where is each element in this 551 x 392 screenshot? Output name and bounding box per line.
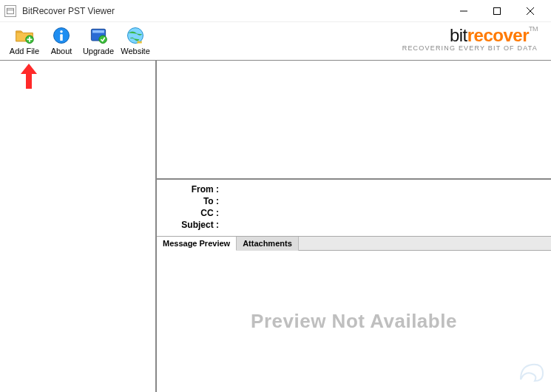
- to-value: [222, 196, 544, 206]
- svg-point-15: [128, 28, 143, 44]
- folder-add-icon: [14, 25, 35, 46]
- cc-value: [222, 208, 544, 218]
- about-button[interactable]: About: [43, 24, 80, 57]
- preview-body: Preview Not Available: [157, 251, 551, 392]
- cc-label: CC :: [164, 208, 222, 218]
- svg-point-10: [60, 30, 63, 33]
- brand-logo: bitrecoverTM RECOVERING EVERY BIT OF DAT…: [402, 25, 538, 52]
- tab-message-preview[interactable]: Message Preview: [157, 237, 237, 251]
- tree-pane[interactable]: [0, 61, 157, 392]
- preview-not-available-text: Preview Not Available: [251, 310, 457, 333]
- subject-value: [222, 220, 544, 230]
- titlebar: BitRecover PST Viewer: [0, 0, 551, 22]
- from-label: From :: [164, 184, 222, 195]
- brand-name: bitrecoverTM: [402, 25, 538, 46]
- window-title: BitRecover PST Viewer: [22, 6, 115, 16]
- upgrade-label: Upgrade: [83, 47, 114, 55]
- globe-icon: [125, 25, 146, 46]
- watermark-icon: [517, 357, 547, 389]
- to-label: To :: [164, 196, 222, 206]
- svg-rect-13: [92, 30, 104, 33]
- app-icon: [4, 5, 16, 17]
- close-button[interactable]: [513, 1, 547, 21]
- upgrade-button[interactable]: Upgrade: [80, 24, 117, 57]
- preview-tabs: Message Preview Attachments: [157, 236, 551, 251]
- svg-rect-11: [60, 34, 63, 41]
- add-file-label: Add File: [10, 47, 39, 55]
- subject-label: Subject :: [164, 220, 222, 230]
- about-label: About: [51, 47, 72, 55]
- toolbar: Add File About Upgrade Website bitrecove…: [0, 22, 551, 61]
- svg-rect-0: [7, 8, 14, 14]
- website-button[interactable]: Website: [117, 24, 154, 57]
- message-list[interactable]: [157, 60, 551, 180]
- from-value: [222, 184, 544, 195]
- brand-tagline: RECOVERING EVERY BIT OF DATA: [402, 44, 538, 52]
- right-pane: From : To : CC : Subject : Message Previ…: [157, 61, 551, 392]
- annotation-arrow-icon: [21, 64, 37, 91]
- upgrade-icon: [88, 25, 109, 46]
- website-label: Website: [121, 47, 150, 55]
- message-headers: From : To : CC : Subject :: [157, 180, 551, 236]
- add-file-button[interactable]: Add File: [6, 24, 43, 57]
- minimize-button[interactable]: [447, 1, 480, 21]
- brand-tm: TM: [529, 25, 538, 33]
- brand-part2: recover: [467, 25, 529, 45]
- brand-part1: bit: [450, 25, 467, 45]
- svg-rect-3: [493, 7, 500, 14]
- info-icon: [51, 25, 72, 46]
- maximize-button[interactable]: [480, 1, 513, 21]
- tab-attachments[interactable]: Attachments: [237, 237, 299, 251]
- window-controls: [447, 1, 547, 21]
- content-area: From : To : CC : Subject : Message Previ…: [0, 61, 551, 392]
